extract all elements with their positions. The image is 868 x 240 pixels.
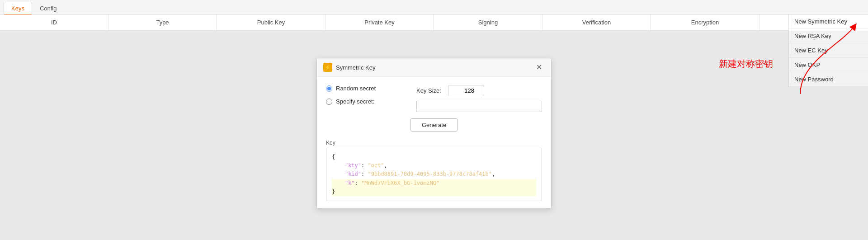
generate-row: Generate <box>326 118 542 132</box>
modal-header: ⚡ Symmetric Key ✕ <box>317 58 551 77</box>
col-verification: Verification <box>542 14 651 30</box>
key-size-label: Key Size: <box>416 87 443 94</box>
content-area: 新建对称密钥 ⚡ Symmetric Key ✕ <box>0 31 868 240</box>
key-k-prop: "k" <box>345 180 355 186</box>
radio-group: Random secret Specify secret: <box>326 85 407 105</box>
key-kid-line: "kid": "9bbd8891-70d9-4095-833b-9778c78a… <box>332 170 536 179</box>
modal-close-button[interactable]: ✕ <box>533 63 545 72</box>
col-public-key: Public Key <box>217 14 326 30</box>
col-encryption: Encryption <box>651 14 760 30</box>
key-output[interactable]: { "kty": "oct", "kid": "9bbd8891-70d9-40… <box>326 148 542 201</box>
key-kid-val: "9bbd8891-70d9-4095-833b-9778c78af41b" <box>368 171 492 177</box>
modal-overlay: ⚡ Symmetric Key ✕ Random secret <box>0 31 868 240</box>
col-id: ID <box>0 14 108 30</box>
key-brace-close: } <box>332 188 536 196</box>
radio-specify-row: Specify secret: <box>326 98 407 105</box>
key-k-line: "k": "MnWd7VFbX6X_bG-ivomzNQ" <box>332 179 536 188</box>
col-signing: Signing <box>434 14 542 30</box>
key-kty-line: "kty": "oct", <box>332 161 536 170</box>
specify-input-row <box>416 101 542 112</box>
specify-secret-radio[interactable] <box>326 99 332 105</box>
modal-title: Symmetric Key <box>336 64 375 71</box>
radio-random-row: Random secret <box>326 85 407 92</box>
page-wrapper: Keys Config ID Type Public Key Private K… <box>0 0 868 240</box>
key-section: Key { "kty": "oct", "kid": "9bbd8891-70d… <box>326 140 542 201</box>
col-private-key: Private Key <box>326 14 434 30</box>
right-col: Key Size: <box>416 85 542 112</box>
form-inline: Random secret Specify secret: Key Size: <box>326 85 542 112</box>
col-type: Type <box>108 14 217 30</box>
key-kty-prop: "kty" <box>345 162 361 169</box>
specify-secret-label: Specify secret: <box>336 98 374 105</box>
key-kty-val: "oct" <box>368 162 384 169</box>
key-size-row: Key Size: <box>416 85 542 96</box>
symmetric-key-modal: ⚡ Symmetric Key ✕ Random secret <box>316 58 552 209</box>
specify-secret-input[interactable] <box>416 101 542 112</box>
table-header: ID Type Public Key Private Key Signing V… <box>0 14 868 31</box>
tabs-bar: Keys Config <box>0 0 868 14</box>
modal-body: Random secret Specify secret: Key Size: <box>317 77 551 140</box>
generate-button[interactable]: Generate <box>410 118 458 132</box>
key-k-val: "MnWd7VFbX6X_bG-ivomzNQ" <box>361 180 439 186</box>
random-secret-radio[interactable] <box>326 85 332 92</box>
key-kid-prop: "kid" <box>345 171 361 177</box>
key-section-label: Key <box>326 140 542 146</box>
new-symmetric-key-button[interactable]: New Symmetric Key <box>789 14 868 29</box>
tab-keys[interactable]: Keys <box>4 2 32 14</box>
random-secret-label: Random secret <box>336 85 376 92</box>
key-size-input[interactable] <box>448 85 484 96</box>
modal-title-row: ⚡ Symmetric Key <box>323 63 375 72</box>
modal-icon: ⚡ <box>323 63 332 72</box>
tab-config[interactable]: Config <box>32 2 65 14</box>
key-brace-open: { <box>332 153 536 161</box>
